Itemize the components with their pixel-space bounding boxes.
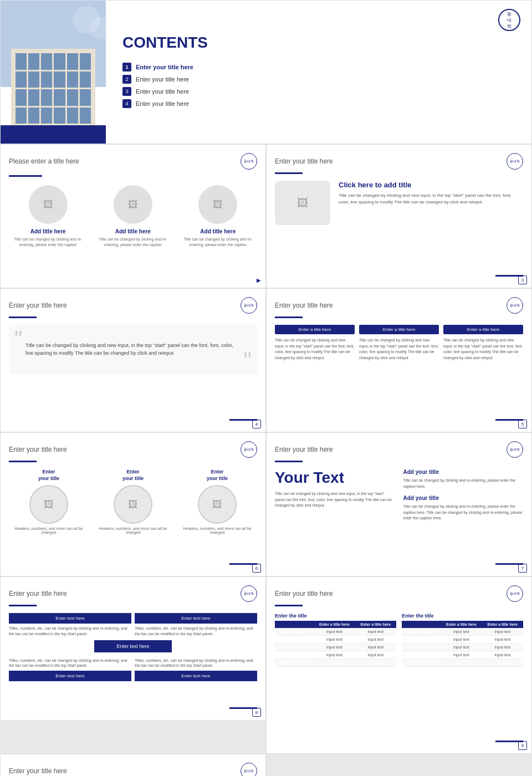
circle2-title: Enteryour title: [93, 469, 173, 482]
accent-line-8: [9, 605, 37, 606]
slide3-title: Enter your title here: [275, 157, 333, 165]
image-icon-2: 🖼: [128, 199, 138, 211]
enter-btn-1[interactable]: Enter text here: [9, 613, 131, 624]
slide-title-cards: Please enter a title here 동대학 🖼 Add titl…: [0, 144, 266, 288]
col-3: Enter a title here Title can be changed …: [443, 325, 523, 361]
three-cols: Enter a title here Title can be changed …: [275, 325, 523, 361]
table2-section: Enter the title Enter a title here Enter…: [402, 613, 523, 667]
btn-desc-3: Titles, numbers, etc. can be changed by …: [9, 658, 131, 669]
card1-image: 🖼: [29, 185, 68, 224]
slide-your-text: Enter your title here 동대학 Your Text Titl…: [266, 432, 532, 576]
slide4-title: Enter your title here: [9, 302, 67, 309]
add-desc-1: Title can be changed by clicking and re-…: [403, 478, 524, 489]
slide-enter-text: Enter your title here 동대학 Enter text her…: [0, 576, 266, 721]
quote-box: " Title can be changed by clicking and n…: [9, 325, 257, 374]
contents-item-4: 4 Enter your title here: [122, 99, 515, 108]
t1-row5-header: Enter a title here: [275, 659, 314, 667]
slide10-title: Enter your title here: [9, 767, 67, 775]
add-desc-2: Title can be changed by clicking and re-…: [403, 504, 524, 522]
page-num-4: 4: [252, 420, 261, 428]
table-row: Enter a title here: [402, 659, 523, 667]
table-row: Enter a title here Input text Input text: [275, 644, 396, 651]
logo-slide8: 동대학: [241, 585, 257, 602]
enter-btn-6[interactable]: Enter text here: [135, 671, 257, 681]
accent-line-9: [275, 605, 303, 606]
card1-desc: Title can be changed by clicking and re-…: [9, 237, 87, 248]
circle-item-3: Enteryour title 🖼 Headers, numbers, and …: [177, 469, 257, 534]
slide3-image: 🖼: [275, 181, 330, 225]
circle1-caption: Headers, numbers, and more can all be ch…: [9, 527, 89, 534]
logo-slide9: 동대학: [507, 585, 523, 602]
circle2-img: 🖼: [114, 485, 152, 524]
table-2: Enter a title here Enter a title here En…: [402, 621, 523, 667]
slide5-title: Enter your title here: [275, 302, 333, 309]
page-num-3: 3: [518, 275, 527, 284]
image-icon-1: 🖼: [43, 199, 53, 211]
table-row: Enter a title here Input text Input text: [275, 628, 396, 636]
quote-open-mark: ": [14, 328, 22, 350]
tables-layout: Enter the title Enter a title here Enter…: [275, 613, 523, 667]
accent-line-4: [9, 316, 37, 318]
t2-h2: Enter a title here: [482, 621, 523, 628]
t1-h2: Enter a title here: [355, 621, 396, 628]
slide-quote: Enter your title here 동대학 " Title can be…: [0, 288, 266, 432]
circle-item-1: Enteryour title 🖼 Headers, numbers, and …: [9, 469, 89, 534]
card2-desc: Title can be changed by clicking and re-…: [94, 237, 172, 248]
col-2: Enter a title here Title can be changed …: [359, 325, 439, 361]
accent-line-6: [9, 461, 37, 462]
slide7-title: Enter your title here: [275, 446, 333, 453]
table1-title: Enter the title: [275, 613, 396, 619]
page-num-9: 9: [518, 741, 527, 750]
your-text-big: Your Text: [275, 469, 395, 487]
quote-close-mark: ": [244, 349, 252, 371]
slide3-desc: Title can be changed by clicking and new…: [339, 192, 523, 206]
logo: 동대학: [498, 9, 520, 31]
table-row: Enter a title here Input text Input text: [402, 628, 523, 636]
table-row: Input text Input text: [275, 651, 396, 659]
enter-btn-5[interactable]: Enter text here: [9, 671, 131, 681]
slide8-header: Enter your title here 동대학: [9, 585, 257, 602]
cards-row: 🖼 Add title here Title can be changed by…: [9, 185, 257, 248]
slide3-header: Enter your title here 동대학: [275, 153, 523, 170]
slide9-title: Enter your title here: [275, 590, 333, 598]
btn-grid-bottom: Titles, numbers, etc. can be changed by …: [9, 656, 257, 669]
enter-btn-center[interactable]: Enter text here: [94, 640, 171, 652]
logo-slide4: 동대학: [241, 297, 257, 314]
slide2-header: Please enter a title here 동대학: [9, 153, 257, 170]
slide-three-col: Enter your title here 동대학 Enter a title …: [266, 288, 532, 432]
page-num-6: 6: [252, 564, 261, 573]
col1-body: Title can be changed by clicking and new…: [275, 338, 355, 361]
accent-line: [9, 175, 42, 177]
your-text-desc: Title can be changed by clicking and new…: [275, 491, 395, 509]
logo-slide3: 동대학: [507, 153, 523, 170]
slide-tables: Enter your title here 동대학 Enter the titl…: [266, 576, 532, 754]
card3-image: 🖼: [198, 185, 237, 224]
card3-desc: Title can be changed by clicking and re-…: [179, 237, 257, 248]
circle3-icon: 🖼: [212, 499, 222, 510]
card-3: 🖼 Add title here Title can be changed by…: [179, 185, 257, 248]
t2-row1-header: Enter a title here: [402, 628, 441, 636]
enter-btn-2[interactable]: Enter text here: [135, 613, 257, 624]
card-2: 🖼 Add title here Title can be changed by…: [94, 185, 172, 248]
content-area: 🖼 Click here to add title Title can be c…: [275, 181, 523, 225]
accent-line-3: [275, 172, 303, 174]
t1-row1-header: Enter a title here: [275, 628, 314, 636]
t1-h0: [275, 621, 314, 628]
table-row: Input text Input text: [402, 651, 523, 659]
click-title: Click here to add title: [339, 181, 523, 189]
slide2-title: Please enter a title here: [9, 157, 79, 165]
col-1: Enter a title here Title can be changed …: [275, 325, 355, 361]
accent-line-7: [275, 461, 303, 462]
table2-title: Enter the title: [402, 613, 523, 619]
page-num-7: 7: [518, 564, 527, 573]
card-1: 🖼 Add title here Title can be changed by…: [9, 185, 87, 248]
slide-circle-items: Enter your title here 동대학 Enteryour titl…: [0, 432, 266, 576]
circle-items-row: Enteryour title 🖼 Headers, numbers, and …: [9, 469, 257, 534]
t1-row3-header: Enter a title here: [275, 644, 314, 651]
btn-desc-1: Titles, numbers, etc. can be changed by …: [9, 626, 131, 637]
table1-section: Enter the title Enter a title here Enter…: [275, 613, 396, 667]
slide4-header: Enter your title here 동대학: [9, 297, 257, 314]
your-text-left: Your Text Title can be changed by clicki…: [275, 469, 395, 522]
contents-item-1: 1 Enter your title here: [122, 63, 515, 72]
col3-header: Enter a title here: [443, 325, 523, 334]
